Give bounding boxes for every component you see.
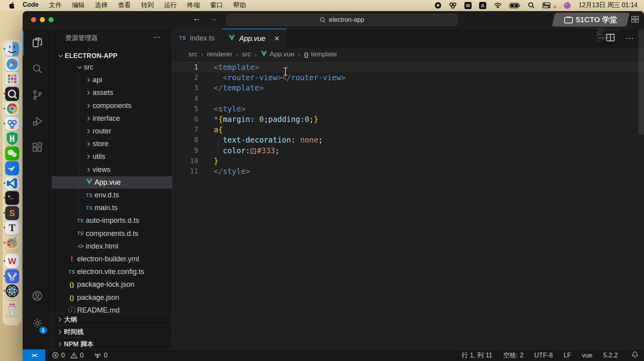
tree-item-src[interactable]: src — [52, 61, 172, 73]
tree-item-package.json[interactable]: {}package.json — [52, 292, 172, 304]
dock-item-quicktime[interactable] — [3, 87, 21, 102]
breadcrumb-App.vue[interactable]: App.vue — [261, 50, 294, 59]
screen-record-icon[interactable] — [435, 2, 441, 9]
dock-item-cloud[interactable] — [3, 116, 21, 131]
dock-item-dingtalk[interactable] — [3, 161, 21, 176]
wps-menu-icon[interactable]: W — [464, 2, 472, 9]
tree-item-index.html[interactable]: <>index.html — [52, 240, 172, 253]
activity-settings[interactable]: 1 — [23, 312, 52, 336]
dock-item-terminal[interactable]: >_ — [3, 191, 21, 206]
section-NPM 脚本[interactable]: NPM 脚本 — [52, 338, 172, 349]
activity-run-debug[interactable] — [23, 110, 52, 134]
tab-index.ts[interactable]: TSindex.ts — [172, 29, 222, 48]
breadcrumb-src[interactable]: src — [188, 50, 197, 58]
dock-item-wps[interactable]: W — [3, 254, 21, 269]
dock-item-electron[interactable] — [3, 284, 21, 299]
wifi-icon[interactable] — [494, 2, 502, 9]
menu-item-转到[interactable]: 转到 — [136, 1, 159, 10]
tree-item-App.vue[interactable]: App.vue — [52, 176, 172, 189]
tree-item-views[interactable]: views — [52, 164, 172, 176]
dock-item-textedit[interactable]: T — [3, 220, 21, 236]
dock-item-vscode[interactable] — [3, 176, 21, 191]
siri-icon[interactable] — [564, 2, 571, 9]
problems-indicator[interactable]: 0 0 — [52, 351, 83, 359]
spotlight-icon[interactable] — [528, 2, 535, 9]
dock-item-safari[interactable] — [3, 57, 21, 72]
breadcrumb-template[interactable]: {}template — [304, 50, 337, 58]
input-source-icon[interactable]: A — [479, 2, 486, 9]
tree-item-interface[interactable]: interface — [52, 112, 172, 125]
activity-account[interactable] — [23, 284, 52, 309]
control-center-icon[interactable] — [542, 2, 551, 9]
menu-item-编辑[interactable]: 编辑 — [67, 1, 90, 10]
forward-button[interactable]: → — [209, 14, 218, 23]
tree-item-components.d.ts[interactable]: TScomponents.d.ts — [52, 228, 172, 240]
tree-item-auto-imports.d.ts[interactable]: TSauto-imports.d.ts — [52, 214, 172, 227]
dock-item-chrome[interactable] — [3, 101, 21, 116]
tree-item-api[interactable]: api — [52, 74, 172, 86]
tree-item-components[interactable]: components — [52, 100, 172, 112]
menu-item-查看[interactable]: 查看 — [113, 1, 136, 10]
status-encoding[interactable]: UTF-8 — [534, 351, 553, 359]
menu-item-帮助[interactable]: 帮助 — [228, 1, 251, 10]
customize-layout-icon[interactable] — [631, 16, 639, 24]
section-时间线[interactable]: 时间线 — [52, 325, 172, 338]
menu-bar-clock[interactable]: 12月13日 周三 01:14 — [578, 1, 638, 10]
menu-item-终端[interactable]: 终端 — [182, 1, 205, 10]
dock-item-wechat[interactable] — [3, 146, 21, 161]
tree-item-main.ts[interactable]: TSmain.ts — [52, 202, 172, 214]
activity-search[interactable] — [23, 57, 52, 82]
titlebar[interactable]: ← → electron-app 51CTO 学堂 — [23, 11, 644, 29]
menu-item-窗口[interactable]: 窗口 — [205, 1, 228, 10]
activity-extensions[interactable] — [23, 136, 52, 160]
status-extension-version[interactable]: 5.2.2 — [603, 351, 618, 359]
menu-item-文件[interactable]: 文件 — [44, 1, 67, 10]
tree-root-electron-app[interactable]: ELECTRON-APP — [52, 50, 172, 62]
status-eol[interactable]: LF — [563, 351, 571, 359]
dock-item-trash[interactable] — [3, 302, 21, 317]
status-language-mode[interactable]: vue — [582, 351, 593, 359]
battery-icon[interactable] — [509, 2, 520, 9]
activity-explorer[interactable] — [23, 31, 52, 56]
dock-item-launchpad[interactable] — [3, 71, 21, 87]
dock-item-finder[interactable] — [3, 42, 21, 57]
tab-App.vue[interactable]: App.vue✕ — [222, 29, 287, 48]
tree-item-env.d.ts[interactable]: TSenv.d.ts — [52, 189, 172, 201]
tree-item-README.md[interactable]: iREADME.md — [52, 304, 172, 313]
minimap[interactable]: <template> <router-view></router-view></… — [596, 29, 614, 42]
tree-item-electron.vite.config.ts[interactable]: TSelectron.vite.config.ts — [52, 266, 172, 278]
menu-item-运行[interactable]: 运行 — [159, 1, 182, 10]
activity-source-control[interactable] — [23, 83, 52, 108]
breadcrumb-renderer[interactable]: renderer — [207, 50, 232, 58]
dock-item-sublime[interactable]: S — [3, 206, 21, 221]
dock-item-palette[interactable] — [3, 236, 21, 251]
tree-item-store[interactable]: store — [52, 138, 172, 150]
dock-item-hbuilderx[interactable] — [3, 131, 21, 146]
more-actions-icon[interactable]: ⋯ — [626, 33, 634, 43]
close-tab-icon[interactable]: ✕ — [274, 35, 280, 43]
bell-icon[interactable] — [632, 351, 638, 360]
ports-indicator[interactable]: 0 — [94, 351, 107, 359]
section-大纲[interactable]: 大纲 — [52, 313, 172, 326]
zoom-window-button[interactable] — [48, 17, 54, 22]
menu-item-Code[interactable]: Code — [17, 1, 44, 10]
apple-menu[interactable] — [6, 2, 17, 9]
tree-item-package-lock.json[interactable]: {}package-lock.json — [52, 278, 172, 291]
breadcrumb-src[interactable]: src — [242, 50, 251, 58]
command-center-search[interactable]: electron-app — [226, 14, 458, 26]
close-window-button[interactable] — [31, 17, 36, 22]
tree-item-router[interactable]: router — [52, 125, 172, 137]
tree-item-assets[interactable]: assets — [52, 87, 172, 99]
dock-item-deer[interactable] — [3, 269, 21, 284]
menu-item-选择[interactable]: 选择 — [90, 1, 113, 10]
code-editor[interactable]: 1<template>2 <router-view></router-view>… — [172, 61, 644, 349]
back-button[interactable]: ← — [193, 14, 201, 23]
remote-indicator[interactable]: >< — [23, 349, 45, 361]
minimize-window-button[interactable] — [40, 17, 45, 22]
editor-scrollbar[interactable] — [638, 29, 644, 135]
status-indentation[interactable]: 空格: 2 — [503, 351, 523, 360]
link-circles-icon[interactable] — [449, 2, 457, 9]
tree-item-electron-builder.yml[interactable]: !electron-builder.yml — [52, 253, 172, 265]
tree-item-utils[interactable]: utils — [52, 151, 172, 163]
status-cursor-position[interactable]: 行 1, 列 11 — [462, 351, 493, 360]
